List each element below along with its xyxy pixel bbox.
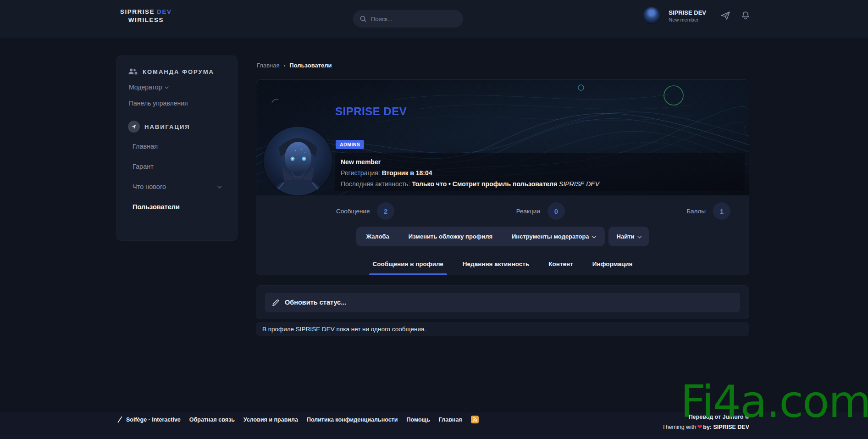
sidebar-item-guarantor[interactable]: Гарант xyxy=(133,163,226,170)
sidebar: КОМАНДА ФОРУМА Модератор Панель управлен… xyxy=(116,56,238,241)
notifications-bell-icon[interactable] xyxy=(740,10,751,21)
footer-link-home[interactable]: Главная xyxy=(439,417,462,423)
registration-label: Регистрация: xyxy=(341,169,380,177)
header-user-name: SIPRISE DEV xyxy=(669,9,706,16)
member-title-row: New member xyxy=(341,156,739,167)
theming-credit: Theming with❤by: SIPRISE DEV xyxy=(662,423,749,430)
logo-text-accent: DEV xyxy=(157,8,171,15)
stat-reactions-count[interactable]: 0 xyxy=(547,202,565,220)
empty-message-text: В профиле SIPRISE DEV пока нет ни одного… xyxy=(262,326,426,333)
breadcrumb-separator: • xyxy=(283,63,285,68)
find-button[interactable]: Найти xyxy=(608,227,649,246)
registration-row: Регистрация: Вторник в 18:04 xyxy=(341,167,739,178)
button-label: Найти xyxy=(617,233,635,240)
tab-profile-posts[interactable]: Сообщения в профиле xyxy=(372,253,444,275)
sidebar-item-label: Пользователи xyxy=(133,203,180,211)
navigation-icon xyxy=(128,121,140,133)
button-label: Изменить обложку профиля xyxy=(409,233,492,240)
footer-link-help[interactable]: Помощь xyxy=(406,417,430,423)
tab-information[interactable]: Информация xyxy=(592,253,634,275)
nav-list: Главная Гарант Что нового Пользователи xyxy=(133,143,226,211)
profile-avatar[interactable] xyxy=(264,127,332,195)
brand-pencil-icon xyxy=(117,416,123,423)
header-user-area: SIPRISE DEV New member xyxy=(643,7,751,24)
paper-plane-icon[interactable] xyxy=(720,10,731,21)
sidebar-item-moderator[interactable]: Модератор xyxy=(129,83,226,91)
header-user-info[interactable]: SIPRISE DEV New member xyxy=(669,9,706,22)
breadcrumb: Главная • Пользователи xyxy=(257,62,332,69)
tab-content[interactable]: Контент xyxy=(547,253,574,275)
profile-name: SIPRISE DEV xyxy=(335,105,407,118)
pencil-icon xyxy=(272,299,280,306)
sidebar-team-title: КОМАНДА ФОРУМА xyxy=(143,68,214,75)
tab-recent-activity[interactable]: Недавняя активность xyxy=(462,253,530,275)
sidebar-section-team: КОМАНДА ФОРУМА xyxy=(128,68,226,75)
stat-label: Баллы xyxy=(686,208,706,215)
sidebar-item-admin-panel[interactable]: Панель управления xyxy=(129,100,226,107)
empty-profile-message: В профиле SIPRISE DEV пока нет ни одного… xyxy=(256,322,749,336)
activity-value: Только что • Смотрит профиль пользовател… xyxy=(412,180,557,188)
sidebar-item-home[interactable]: Главная xyxy=(133,143,226,150)
sidebar-item-whats-new[interactable]: Что нового xyxy=(133,183,223,190)
sidebar-item-label: Главная xyxy=(133,143,158,150)
search-input[interactable] xyxy=(371,16,457,22)
footer-brand[interactable]: Solfège - Interactive xyxy=(117,416,181,423)
stat-messages-count[interactable]: 2 xyxy=(377,202,394,220)
activity-row: Последняя активность: Только что • Смотр… xyxy=(341,178,739,189)
sidebar-item-label: Гарант xyxy=(133,163,154,170)
profile-info-strip: New member Регистрация: Вторник в 18:04 … xyxy=(335,153,745,191)
header-user-title: New member xyxy=(669,17,706,22)
theming-author: by: SIPRISE DEV xyxy=(703,424,749,430)
profile-banner: SIPRISE DEV ADMINS New member Регистраци… xyxy=(256,80,749,195)
avatar[interactable] xyxy=(643,7,660,24)
report-button[interactable]: Жалоба xyxy=(356,227,398,246)
logo-line-1: SIPRRISE DEV xyxy=(120,8,172,16)
search-icon xyxy=(359,15,367,22)
theming-prefix: Theming with xyxy=(662,424,696,430)
sidebar-nav-title: НАВИГАЦИЯ xyxy=(144,123,190,130)
footer-link-feedback[interactable]: Обратная связь xyxy=(189,417,235,423)
moderator-tools-button[interactable]: Инструменты модератора xyxy=(502,227,605,246)
footer-link-privacy[interactable]: Политика конфиденциальности xyxy=(307,417,398,423)
footer-links: Solfège - Interactive Обратная связь Усл… xyxy=(117,416,479,423)
chevron-down-icon xyxy=(637,234,641,238)
sidebar-section-navigation: НАВИГАЦИЯ xyxy=(128,121,226,133)
stat-points: Баллы 1 xyxy=(686,202,730,220)
site-logo[interactable]: SIPRRISE DEV WIRILESS xyxy=(120,8,172,24)
logo-line-2: WIRILESS xyxy=(120,16,172,24)
update-status-input[interactable]: Обновить статус... xyxy=(265,293,740,312)
translation-credit[interactable]: Перевод от Jumuro © xyxy=(689,414,749,420)
stat-label: Реакции xyxy=(516,208,540,215)
heart-icon: ❤ xyxy=(697,423,702,430)
sidebar-item-users[interactable]: Пользователи xyxy=(133,203,226,211)
breadcrumb-current: Пользователи xyxy=(289,62,332,69)
activity-target-user: SIPRISE DEV xyxy=(559,180,599,188)
team-list: Модератор Панель управления xyxy=(129,83,226,107)
footer-credits: Перевод от Jumuro © Theming with❤by: SIP… xyxy=(662,414,749,430)
team-icon xyxy=(128,68,138,75)
stat-messages: Сообщения 2 xyxy=(336,202,394,220)
footer-link-terms[interactable]: Условия и правила xyxy=(243,417,298,423)
chevron-down-icon xyxy=(592,234,596,238)
footer-brand-label: Solfège - Interactive xyxy=(126,417,181,423)
admins-badge: ADMINS xyxy=(336,140,364,149)
sidebar-item-label: Что нового xyxy=(133,183,166,190)
update-status-placeholder: Обновить статус... xyxy=(285,299,346,306)
header-icons xyxy=(720,10,751,21)
stat-points-count[interactable]: 1 xyxy=(713,202,730,220)
stat-reactions: Реакции 0 xyxy=(516,202,565,220)
rss-icon[interactable] xyxy=(471,416,479,423)
breadcrumb-home[interactable]: Главная xyxy=(257,62,279,69)
change-cover-button[interactable]: Изменить обложку профиля xyxy=(399,227,502,246)
sidebar-item-label: Панель управления xyxy=(129,100,188,107)
profile-stats: Сообщения 2 Реакции 0 Баллы 1 xyxy=(256,195,749,227)
chevron-down-icon xyxy=(217,184,221,188)
header: SIPRRISE DEV WIRILESS SIPRISE DEV New me… xyxy=(0,0,868,38)
search-box[interactable] xyxy=(353,10,463,28)
profile-actions: Жалоба Изменить обложку профиля Инструме… xyxy=(256,227,749,246)
member-title: New member xyxy=(341,158,381,166)
registration-value: Вторник в 18:04 xyxy=(382,169,432,177)
button-label: Инструменты модератора xyxy=(512,233,589,240)
profile-tabs: Сообщения в профиле Недавняя активность … xyxy=(256,253,749,275)
chevron-down-icon xyxy=(165,85,169,89)
